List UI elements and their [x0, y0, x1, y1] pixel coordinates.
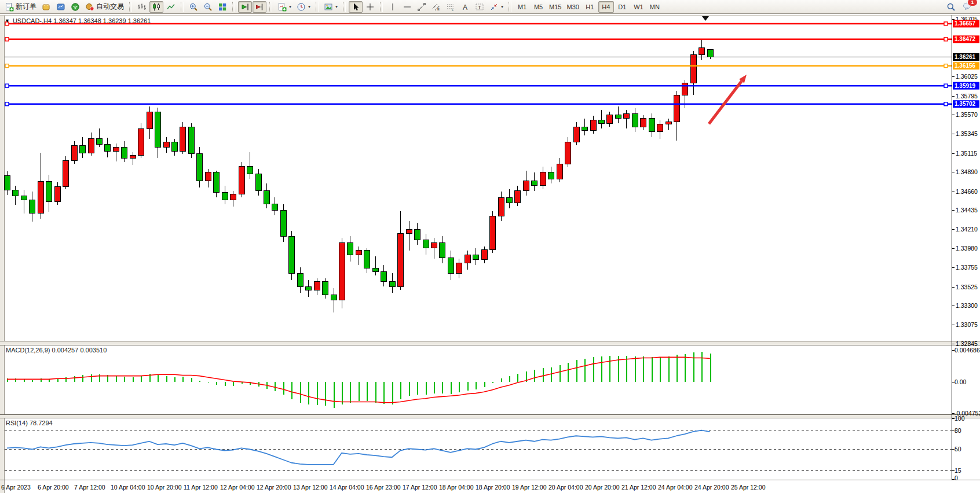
time-axis-label: 11 Apr 12:00 — [184, 484, 218, 491]
timeframe-m1[interactable]: M1 — [514, 1, 530, 13]
timeframe-d1[interactable]: D1 — [615, 1, 630, 13]
zoom-in-button[interactable] — [187, 1, 200, 13]
dropdown-caret-icon[interactable]: ▾ — [308, 4, 310, 9]
signals-button[interactable] — [68, 1, 82, 13]
cursor-button[interactable] — [349, 1, 363, 13]
timeframe-mn[interactable]: MN — [647, 1, 663, 13]
dropdown-caret-icon[interactable]: ▾ — [335, 4, 338, 9]
market-watch-button[interactable] — [39, 1, 53, 13]
text-button[interactable]: A — [458, 1, 472, 13]
text-label-button[interactable]: T — [473, 1, 487, 13]
price-tick-label: 1.35345 — [956, 130, 978, 137]
candle — [289, 236, 295, 273]
candle — [180, 127, 186, 151]
candle-chart-button[interactable] — [149, 1, 163, 13]
svg-text:F: F — [452, 8, 454, 12]
candle — [641, 119, 646, 127]
timeframe-m5[interactable]: M5 — [531, 1, 546, 13]
candle — [323, 282, 328, 295]
timeframe-h4[interactable]: H4 — [598, 1, 614, 13]
line-handle[interactable] — [944, 64, 948, 68]
time-axis-label: 24 Apr 04:00 — [658, 484, 693, 491]
search-button[interactable] — [944, 1, 958, 13]
candle — [524, 181, 529, 190]
auto-scroll-button[interactable] — [238, 1, 252, 13]
navigator-button[interactable] — [54, 1, 68, 13]
time-axis-label: 10 Apr 20:00 — [147, 484, 182, 491]
timeframe-w1[interactable]: W1 — [631, 1, 646, 13]
zoom-in-icon — [189, 2, 198, 12]
candle — [339, 243, 345, 300]
line-handle[interactable] — [944, 22, 948, 25]
candle — [13, 190, 19, 196]
price-tick-label: 1.35795 — [956, 93, 978, 100]
rsi-tick-label: 50 — [955, 446, 961, 452]
line-handle[interactable] — [5, 64, 9, 68]
line-handle[interactable] — [944, 102, 948, 106]
arrows-button[interactable]: ▾ — [487, 1, 506, 13]
candle — [138, 128, 144, 156]
price-tick-label: 1.34435 — [956, 207, 978, 214]
time-axis-label: 19 Apr 12:00 — [512, 484, 547, 491]
candle-chart-icon — [152, 2, 161, 12]
candle — [72, 145, 78, 160]
timeframe-m15[interactable]: M15 — [547, 1, 564, 13]
candle — [5, 176, 10, 190]
channel-button[interactable]: E — [429, 1, 443, 13]
timeframe-h1[interactable]: H1 — [582, 1, 598, 13]
hline-icon — [403, 2, 412, 12]
price-tick-label: 1.33980 — [956, 245, 978, 252]
candle — [214, 172, 220, 193]
candle — [172, 142, 178, 151]
line-handle[interactable] — [5, 84, 9, 87]
line-handle[interactable] — [944, 84, 948, 87]
candle — [657, 124, 663, 132]
bar-chart-button[interactable] — [135, 1, 149, 13]
fibonacci-button[interactable]: F — [444, 1, 458, 13]
candle — [63, 160, 69, 186]
candle — [206, 172, 211, 181]
crosshair-button[interactable] — [363, 1, 377, 13]
candle — [699, 48, 705, 55]
price-axis[interactable]: 1.367051.360251.357951.355701.353451.351… — [952, 15, 980, 481]
line-handle[interactable] — [944, 38, 948, 41]
tile-windows-button[interactable] — [215, 1, 229, 13]
vertical-line-button[interactable] — [386, 1, 400, 13]
time-axis-label: 17 Apr 12:00 — [403, 484, 437, 491]
new-order-icon — [5, 2, 14, 12]
candle — [624, 113, 630, 119]
time-axis-label: 18 Apr 04:00 — [439, 484, 474, 491]
line-handle[interactable] — [5, 38, 9, 41]
candle — [21, 196, 27, 200]
chart-shift-button[interactable] — [253, 1, 266, 13]
timeframe-m30[interactable]: M30 — [564, 1, 581, 13]
toolbar-separator — [316, 2, 319, 12]
indicators-icon — [277, 2, 287, 12]
candle — [415, 230, 420, 240]
candle — [147, 112, 153, 128]
candle — [55, 186, 61, 201]
auto-trading-button[interactable]: 自动交易 — [83, 1, 126, 13]
zoom-out-icon — [203, 2, 213, 12]
horizontal-line-button[interactable] — [400, 1, 414, 13]
line-chart-button[interactable] — [164, 1, 178, 13]
time-axis[interactable]: 6 Apr 20236 Apr 20:007 Apr 12:0010 Apr 0… — [1, 484, 766, 491]
new-order-button-label: 新订单 — [16, 2, 36, 12]
templates-button[interactable]: ▾ — [321, 1, 340, 13]
current-price-label-text: 1.36261 — [955, 54, 976, 60]
candle — [189, 127, 195, 154]
zoom-out-button[interactable] — [201, 1, 215, 13]
line-handle[interactable] — [5, 102, 9, 106]
new-order-button[interactable]: 新订单 — [2, 1, 39, 13]
candle — [682, 83, 688, 95]
candle — [532, 181, 537, 186]
dropdown-caret-icon[interactable]: ▾ — [501, 4, 503, 9]
candle — [591, 120, 597, 130]
indicators-button[interactable]: ▾ — [275, 1, 294, 13]
periods-button[interactable]: ▾ — [294, 1, 313, 13]
trendline-button[interactable] — [415, 1, 429, 13]
text-icon: A — [460, 2, 470, 12]
candle — [80, 145, 86, 153]
time-axis-label: 18 Apr 20:00 — [476, 484, 510, 491]
dropdown-caret-icon[interactable]: ▾ — [289, 4, 291, 9]
